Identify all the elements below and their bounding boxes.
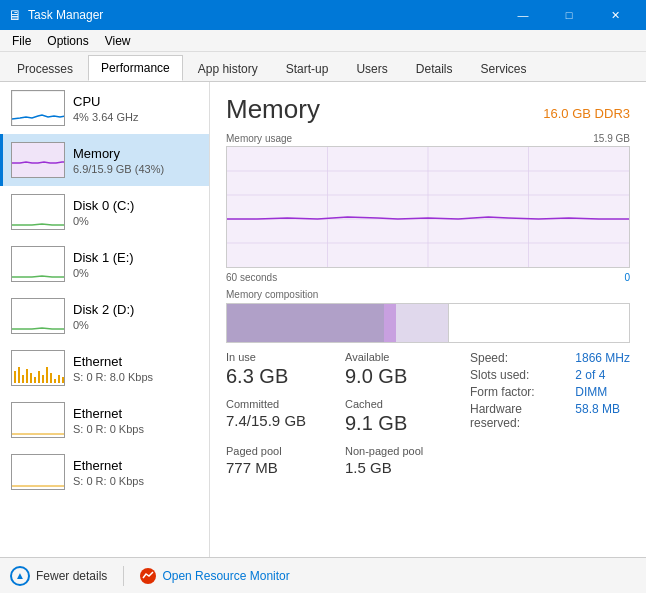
composition-label: Memory composition — [226, 289, 630, 300]
non-paged-pool-value: 1.5 GB — [345, 459, 454, 476]
menu-view[interactable]: View — [97, 32, 139, 50]
sidebar-item-ethernet2[interactable]: Ethernet S: 0 R: 0 Kbps — [0, 394, 209, 446]
comp-in-use — [227, 304, 384, 342]
svg-rect-8 — [18, 367, 20, 383]
svg-rect-7 — [14, 371, 16, 383]
ethernet3-info: Ethernet S: 0 R: 0 Kbps — [73, 458, 201, 487]
menu-options[interactable]: Options — [39, 32, 96, 50]
tab-users[interactable]: Users — [343, 55, 400, 81]
stat-available: Available 9.0 GB — [345, 351, 454, 388]
ethernet1-name: Ethernet — [73, 354, 201, 369]
resource-monitor-button[interactable]: Open Resource Monitor — [140, 568, 289, 584]
cpu-name: CPU — [73, 94, 201, 109]
disk1-name: Disk 1 (E:) — [73, 250, 201, 265]
ethernet2-name: Ethernet — [73, 406, 201, 421]
committed-value: 7.4/15.9 GB — [226, 412, 335, 429]
committed-label: Committed — [226, 398, 335, 410]
comp-free — [448, 304, 629, 342]
detail-header: Memory 16.0 GB DDR3 — [226, 94, 630, 125]
ethernet1-thumbnail — [11, 350, 65, 386]
ethernet3-sub: S: 0 R: 0 Kbps — [73, 475, 201, 487]
comp-standby — [396, 304, 448, 342]
time-label-row: 60 seconds 0 — [226, 272, 630, 283]
in-use-value: 6.3 GB — [226, 365, 335, 388]
tabs-bar: Processes Performance App history Start-… — [0, 52, 646, 82]
svg-rect-14 — [42, 375, 44, 383]
detail-panel: Memory 16.0 GB DDR3 Memory usage 15.9 GB — [210, 82, 646, 557]
comp-modified — [384, 304, 396, 342]
disk2-sub: 0% — [73, 319, 201, 331]
resource-monitor-icon — [140, 568, 156, 584]
tab-processes[interactable]: Processes — [4, 55, 86, 81]
disk1-sub: 0% — [73, 267, 201, 279]
tab-performance[interactable]: Performance — [88, 55, 183, 81]
sidebar-item-cpu[interactable]: CPU 4% 3.64 GHz — [0, 82, 209, 134]
sidebar-item-memory[interactable]: Memory 6.9/15.9 GB (43%) — [0, 134, 209, 186]
svg-rect-20 — [12, 403, 65, 438]
mem-usage-area — [227, 147, 629, 267]
cached-label: Cached — [345, 398, 454, 410]
close-button[interactable]: ✕ — [592, 0, 638, 30]
menu-file[interactable]: File — [4, 32, 39, 50]
memory-sub: 6.9/15.9 GB (43%) — [73, 163, 201, 175]
svg-rect-19 — [62, 377, 64, 383]
svg-rect-17 — [54, 379, 56, 383]
stats-detail-grid: Speed: 1866 MHz Slots used: 2 of 4 Form … — [470, 351, 630, 430]
sidebar-item-disk2[interactable]: Disk 2 (D:) 0% — [0, 290, 209, 342]
disk2-name: Disk 2 (D:) — [73, 302, 201, 317]
cpu-sub: 4% 3.64 GHz — [73, 111, 201, 123]
disk2-info: Disk 2 (D:) 0% — [73, 302, 201, 331]
hw-reserved-label: Hardware reserved: — [470, 402, 567, 430]
memory-thumbnail — [11, 142, 65, 178]
available-value: 9.0 GB — [345, 365, 454, 388]
ethernet3-thumbnail — [11, 454, 65, 490]
stats-right-section: Speed: 1866 MHz Slots used: 2 of 4 Form … — [470, 351, 630, 476]
stat-non-paged-pool: Non-paged pool 1.5 GB — [345, 445, 454, 476]
sidebar-item-disk0[interactable]: Disk 0 (C:) 0% — [0, 186, 209, 238]
tab-startup[interactable]: Start-up — [273, 55, 342, 81]
slots-value: 2 of 4 — [575, 368, 630, 382]
form-value: DIMM — [575, 385, 630, 399]
disk0-thumbnail — [11, 194, 65, 230]
hw-reserved-value: 58.8 MB — [575, 402, 630, 430]
non-paged-pool-label: Non-paged pool — [345, 445, 454, 457]
available-label: Available — [345, 351, 454, 363]
svg-rect-15 — [46, 367, 48, 383]
tab-services[interactable]: Services — [467, 55, 539, 81]
stat-in-use: In use 6.3 GB — [226, 351, 335, 388]
disk2-thumbnail — [11, 298, 65, 334]
time-label: 60 seconds — [226, 272, 277, 283]
disk0-name: Disk 0 (C:) — [73, 198, 201, 213]
memory-composition-bar — [226, 303, 630, 343]
detail-title: Memory — [226, 94, 320, 125]
svg-rect-16 — [50, 373, 52, 383]
fewer-details-icon: ▲ — [10, 566, 30, 586]
time-right: 0 — [624, 272, 630, 283]
title-bar: 🖥 Task Manager — □ ✕ — [0, 0, 646, 30]
cpu-thumbnail — [11, 90, 65, 126]
memory-usage-graph — [226, 146, 630, 268]
maximize-button[interactable]: □ — [546, 0, 592, 30]
menu-bar: File Options View — [0, 30, 646, 52]
cached-value: 9.1 GB — [345, 412, 454, 435]
sidebar: CPU 4% 3.64 GHz Memory 6.9/15.9 GB (43%) — [0, 82, 210, 557]
ethernet1-sub: S: 0 R: 8.0 Kbps — [73, 371, 201, 383]
tab-app-history[interactable]: App history — [185, 55, 271, 81]
sidebar-item-ethernet1[interactable]: Ethernet S: 0 R: 8.0 Kbps — [0, 342, 209, 394]
memory-info: Memory 6.9/15.9 GB (43%) — [73, 146, 201, 175]
stats-section: In use 6.3 GB Available 9.0 GB Committed… — [226, 351, 630, 476]
cpu-info: CPU 4% 3.64 GHz — [73, 94, 201, 123]
svg-rect-18 — [58, 375, 60, 383]
memory-name: Memory — [73, 146, 201, 161]
detail-subtitle: 16.0 GB DDR3 — [543, 106, 630, 121]
app-title: Task Manager — [28, 8, 103, 22]
svg-rect-11 — [30, 373, 32, 383]
fewer-details-button[interactable]: ▲ Fewer details — [10, 566, 107, 586]
slots-label: Slots used: — [470, 368, 567, 382]
sidebar-item-ethernet3[interactable]: Ethernet S: 0 R: 0 Kbps — [0, 446, 209, 498]
form-label: Form factor: — [470, 385, 567, 399]
ethernet2-thumbnail — [11, 402, 65, 438]
minimize-button[interactable]: — — [500, 0, 546, 30]
tab-details[interactable]: Details — [403, 55, 466, 81]
sidebar-item-disk1[interactable]: Disk 1 (E:) 0% — [0, 238, 209, 290]
